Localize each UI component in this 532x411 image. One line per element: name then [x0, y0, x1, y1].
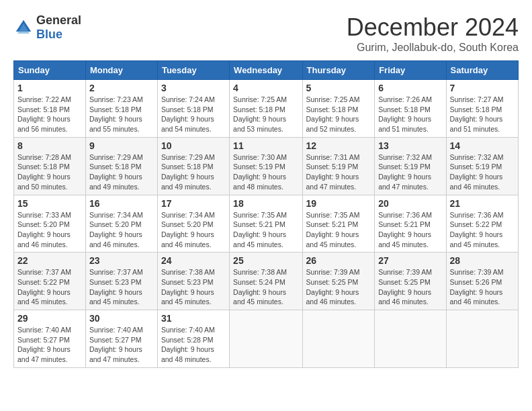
calendar-cell: 26Sunrise: 7:39 AMSunset: 5:25 PMDayligh…: [302, 253, 375, 310]
day-number: 27: [378, 255, 442, 266]
day-number: 19: [306, 198, 371, 209]
calendar-cell: 28Sunrise: 7:39 AMSunset: 5:26 PMDayligh…: [446, 253, 518, 310]
logo-text-general: General: [36, 13, 81, 27]
day-number: 4: [233, 83, 298, 93]
calendar-cell: 20Sunrise: 7:36 AMSunset: 5:21 PMDayligh…: [375, 195, 446, 253]
header-thursday: Thursday: [302, 61, 375, 80]
calendar-cell: 13Sunrise: 7:32 AMSunset: 5:19 PMDayligh…: [375, 137, 446, 195]
day-number: 18: [233, 198, 298, 209]
day-detail: Sunrise: 7:37 AMSunset: 5:23 PMDaylight:…: [89, 267, 154, 307]
day-detail: Sunrise: 7:27 AMSunset: 5:18 PMDaylight:…: [450, 95, 515, 134]
calendar-cell: 10Sunrise: 7:29 AMSunset: 5:18 PMDayligh…: [157, 137, 229, 195]
day-number: 30: [89, 313, 154, 324]
header-monday: Monday: [85, 61, 157, 80]
calendar-table: Sunday Monday Tuesday Wednesday Thursday…: [13, 60, 519, 368]
day-detail: Sunrise: 7:28 AMSunset: 5:18 PMDaylight:…: [17, 152, 82, 192]
day-number: 11: [233, 140, 298, 151]
day-detail: Sunrise: 7:40 AMSunset: 5:27 PMDaylight:…: [89, 325, 154, 365]
calendar-cell: 30Sunrise: 7:40 AMSunset: 5:27 PMDayligh…: [85, 310, 157, 368]
day-detail: Sunrise: 7:38 AMSunset: 5:23 PMDaylight:…: [161, 267, 226, 307]
calendar-cell: 8Sunrise: 7:28 AMSunset: 5:18 PMDaylight…: [14, 137, 86, 195]
day-number: 6: [378, 83, 442, 93]
day-number: 22: [17, 255, 82, 266]
day-number: 25: [233, 255, 298, 266]
day-detail: Sunrise: 7:31 AMSunset: 5:19 PMDaylight:…: [306, 152, 371, 192]
calendar-cell: 12Sunrise: 7:31 AMSunset: 5:19 PMDayligh…: [302, 137, 375, 195]
day-number: 12: [306, 140, 371, 151]
day-detail: Sunrise: 7:39 AMSunset: 5:25 PMDaylight:…: [306, 267, 371, 307]
calendar-cell: 3Sunrise: 7:24 AMSunset: 5:18 PMDaylight…: [157, 80, 229, 138]
day-detail: Sunrise: 7:29 AMSunset: 5:18 PMDaylight:…: [161, 152, 226, 192]
day-detail: Sunrise: 7:30 AMSunset: 5:19 PMDaylight:…: [233, 152, 298, 192]
page-header: General Blue December 2024 Gurim, Jeolla…: [13, 13, 519, 54]
header-sunday: Sunday: [14, 61, 86, 80]
calendar-cell: 7Sunrise: 7:27 AMSunset: 5:18 PMDaylight…: [446, 80, 518, 138]
calendar-cell: 18Sunrise: 7:35 AMSunset: 5:21 PMDayligh…: [230, 195, 302, 253]
month-title: December 2024: [347, 13, 519, 42]
calendar-week-2: 8Sunrise: 7:28 AMSunset: 5:18 PMDaylight…: [14, 137, 519, 195]
day-number: 26: [306, 255, 371, 266]
calendar-cell: 22Sunrise: 7:37 AMSunset: 5:22 PMDayligh…: [14, 253, 86, 310]
calendar-cell: [375, 310, 446, 368]
day-detail: Sunrise: 7:32 AMSunset: 5:19 PMDaylight:…: [450, 152, 515, 192]
day-number: 5: [306, 83, 371, 93]
calendar-cell: 19Sunrise: 7:35 AMSunset: 5:21 PMDayligh…: [302, 195, 375, 253]
day-detail: Sunrise: 7:37 AMSunset: 5:22 PMDaylight:…: [17, 267, 82, 307]
day-detail: Sunrise: 7:36 AMSunset: 5:22 PMDaylight:…: [450, 210, 515, 250]
day-number: 17: [161, 198, 226, 209]
day-detail: Sunrise: 7:22 AMSunset: 5:18 PMDaylight:…: [17, 95, 82, 134]
day-number: 24: [161, 255, 226, 266]
day-number: 7: [450, 83, 515, 93]
day-detail: Sunrise: 7:32 AMSunset: 5:19 PMDaylight:…: [378, 152, 442, 192]
day-number: 31: [161, 313, 226, 324]
calendar-cell: 27Sunrise: 7:39 AMSunset: 5:25 PMDayligh…: [375, 253, 446, 310]
calendar-cell: 23Sunrise: 7:37 AMSunset: 5:23 PMDayligh…: [85, 253, 157, 310]
calendar-cell: [230, 310, 302, 368]
day-detail: Sunrise: 7:36 AMSunset: 5:21 PMDaylight:…: [378, 210, 442, 250]
calendar-cell: 29Sunrise: 7:40 AMSunset: 5:27 PMDayligh…: [14, 310, 86, 368]
calendar-header-row: Sunday Monday Tuesday Wednesday Thursday…: [14, 61, 519, 80]
header-friday: Friday: [375, 61, 446, 80]
calendar-cell: 24Sunrise: 7:38 AMSunset: 5:23 PMDayligh…: [157, 253, 229, 310]
day-number: 21: [450, 198, 515, 209]
day-detail: Sunrise: 7:40 AMSunset: 5:28 PMDaylight:…: [161, 325, 226, 365]
calendar-cell: 15Sunrise: 7:33 AMSunset: 5:20 PMDayligh…: [14, 195, 86, 253]
day-number: 23: [89, 255, 154, 266]
calendar-cell: 2Sunrise: 7:23 AMSunset: 5:18 PMDaylight…: [85, 80, 157, 138]
calendar-week-4: 22Sunrise: 7:37 AMSunset: 5:22 PMDayligh…: [14, 253, 519, 310]
day-detail: Sunrise: 7:26 AMSunset: 5:18 PMDaylight:…: [378, 95, 442, 134]
day-detail: Sunrise: 7:25 AMSunset: 5:18 PMDaylight:…: [306, 95, 371, 134]
calendar-cell: 16Sunrise: 7:34 AMSunset: 5:20 PMDayligh…: [85, 195, 157, 253]
calendar-cell: 31Sunrise: 7:40 AMSunset: 5:28 PMDayligh…: [157, 310, 229, 368]
calendar-cell: 14Sunrise: 7:32 AMSunset: 5:19 PMDayligh…: [446, 137, 518, 195]
calendar-cell: 25Sunrise: 7:38 AMSunset: 5:24 PMDayligh…: [230, 253, 302, 310]
calendar-cell: [446, 310, 518, 368]
day-number: 16: [89, 198, 154, 209]
day-number: 28: [450, 255, 515, 266]
day-detail: Sunrise: 7:39 AMSunset: 5:26 PMDaylight:…: [450, 267, 515, 307]
day-detail: Sunrise: 7:35 AMSunset: 5:21 PMDaylight:…: [233, 210, 298, 250]
calendar-cell: 21Sunrise: 7:36 AMSunset: 5:22 PMDayligh…: [446, 195, 518, 253]
day-detail: Sunrise: 7:23 AMSunset: 5:18 PMDaylight:…: [89, 95, 154, 134]
day-number: 1: [17, 83, 82, 93]
day-detail: Sunrise: 7:34 AMSunset: 5:20 PMDaylight:…: [89, 210, 154, 250]
day-number: 15: [17, 198, 82, 209]
calendar-cell: 17Sunrise: 7:34 AMSunset: 5:20 PMDayligh…: [157, 195, 229, 253]
day-detail: Sunrise: 7:40 AMSunset: 5:27 PMDaylight:…: [17, 325, 82, 365]
calendar-cell: 1Sunrise: 7:22 AMSunset: 5:18 PMDaylight…: [14, 80, 86, 138]
day-detail: Sunrise: 7:29 AMSunset: 5:18 PMDaylight:…: [89, 152, 154, 192]
day-number: 3: [161, 83, 226, 93]
day-detail: Sunrise: 7:24 AMSunset: 5:18 PMDaylight:…: [161, 95, 226, 134]
logo: General Blue: [13, 13, 81, 42]
day-number: 10: [161, 140, 226, 151]
day-detail: Sunrise: 7:38 AMSunset: 5:24 PMDaylight:…: [233, 267, 298, 307]
header-saturday: Saturday: [446, 61, 518, 80]
day-number: 9: [89, 140, 154, 151]
day-number: 13: [378, 140, 442, 151]
calendar-cell: 5Sunrise: 7:25 AMSunset: 5:18 PMDaylight…: [302, 80, 375, 138]
calendar-cell: 11Sunrise: 7:30 AMSunset: 5:19 PMDayligh…: [230, 137, 302, 195]
day-number: 2: [89, 83, 154, 93]
day-number: 20: [378, 198, 442, 209]
header-tuesday: Tuesday: [157, 61, 229, 80]
calendar-week-5: 29Sunrise: 7:40 AMSunset: 5:27 PMDayligh…: [14, 310, 519, 368]
